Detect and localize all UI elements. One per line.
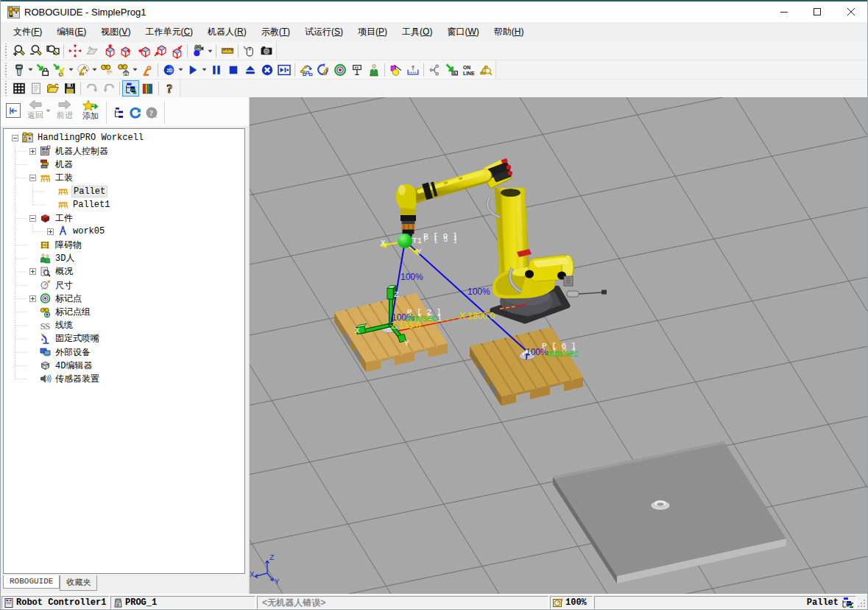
run-stop-button[interactable] [225, 62, 241, 78]
view-left-button[interactable] [117, 43, 134, 59]
robot-cycle-button[interactable] [297, 62, 314, 78]
tree-expander-minus[interactable] [29, 215, 36, 222]
help-question-button[interactable]: ? [161, 80, 178, 97]
menu-teach[interactable]: 示教(T) [254, 22, 297, 42]
menu-test-run[interactable]: 试运行(S) [297, 22, 350, 42]
view-2d-dropdown[interactable] [177, 62, 184, 78]
run-eject-button[interactable] [241, 62, 258, 78]
tree-expander-plus[interactable] [47, 228, 54, 235]
tree-item-[interactable]: 外部设备 [4, 346, 244, 359]
dock-panel-button[interactable] [6, 103, 21, 118]
tab-favorites[interactable]: 收藏夹 [60, 575, 97, 591]
view-top-button[interactable] [100, 43, 117, 59]
target-point-button[interactable] [331, 62, 348, 78]
menu-view[interactable]: 视图(V) [93, 22, 138, 42]
toolbar-grip[interactable] [3, 63, 9, 77]
measure-ruler-button[interactable] [219, 43, 236, 59]
robot-reach-dropdown[interactable] [91, 62, 98, 78]
tree-item-pallet1[interactable]: Pallet1 [4, 198, 244, 211]
jog-multi-button[interactable] [51, 62, 68, 78]
find-grab-button[interactable] [98, 62, 115, 78]
back-button[interactable]: 返回 [25, 99, 46, 120]
tree-item-[interactable]: 概况 [4, 265, 244, 278]
jog-multi-dropdown[interactable] [68, 62, 74, 78]
3d-viewport[interactable]: X Y T1 P [ 9 ] P [ 5 ] Z X Y P [ 2 ] P [… [250, 97, 868, 594]
find-home-button[interactable] [115, 62, 132, 78]
tree-expander-plus[interactable] [29, 268, 36, 275]
menu-window[interactable]: 窗口(W) [440, 22, 486, 42]
back-dropdown[interactable] [46, 109, 52, 113]
mount-tool-button[interactable] [138, 62, 155, 78]
tree-item-handlingproworkcell[interactable]: HandlingPRO Workcell [4, 131, 244, 144]
zoom-window-button[interactable] [44, 43, 61, 59]
view-plane-button[interactable] [83, 43, 100, 59]
add-button[interactable]: 添加 [80, 99, 102, 121]
tree-expander-plus[interactable] [29, 148, 36, 155]
panel-help-button[interactable]: ? [144, 105, 160, 121]
center-view-button[interactable] [66, 43, 83, 59]
statusbar-selection[interactable]: Pallet [594, 596, 856, 609]
signpost-button[interactable]: xx [348, 62, 365, 78]
tree-expander-minus[interactable] [12, 135, 18, 141]
menu-file[interactable]: 文件(F) [6, 22, 49, 42]
tree-item-4d[interactable]: 4D4D编辑器 [4, 359, 244, 372]
tree-expander-plus[interactable] [29, 295, 36, 302]
tree-item-[interactable]: 障碍物 [4, 239, 244, 252]
run-pause-button[interactable] [208, 62, 225, 78]
robot-rotate-button[interactable] [314, 62, 331, 78]
grid-table-button[interactable] [10, 80, 27, 97]
mouse-button[interactable] [241, 43, 258, 59]
dock-gauge-button[interactable] [404, 62, 421, 78]
view-iso-sw-button[interactable] [168, 43, 185, 59]
view-2d-button[interactable]: 2D [160, 62, 177, 78]
tree-item-[interactable]: 固定式喷嘴 [4, 332, 244, 346]
tree-item-work05[interactable]: work05 [4, 225, 244, 238]
close-button[interactable] [834, 1, 867, 22]
tab-roboguide[interactable]: ROBOGUIDE [3, 575, 60, 589]
camera-view-button[interactable] [190, 43, 207, 59]
view-right-button[interactable] [134, 43, 151, 59]
draw-shapes-button[interactable] [387, 62, 404, 78]
camera-view-dropdown[interactable] [207, 43, 214, 59]
toolbar-grip[interactable] [3, 81, 9, 95]
run-play-button[interactable] [184, 62, 201, 78]
undo-button[interactable] [83, 80, 100, 97]
tree-item-[interactable]: 机器人控制器 [4, 144, 244, 158]
menu-edit[interactable]: 编辑(E) [49, 22, 93, 42]
run-step-button[interactable] [275, 62, 292, 78]
tree-item-[interactable]: SS线缆 [4, 319, 244, 332]
minimize-button[interactable] [768, 1, 801, 22]
menu-cell[interactable]: 工作单元(C) [138, 22, 200, 42]
tree-item-[interactable]: 尺寸 [4, 278, 244, 292]
save-disk-button[interactable] [61, 80, 78, 97]
run-play-dropdown[interactable] [201, 62, 208, 78]
tree-expander-minus[interactable] [29, 175, 36, 181]
toolbar-grip[interactable] [3, 43, 9, 57]
tree-item-pallet[interactable]: Pallet [4, 185, 244, 198]
online-text-button[interactable]: ONLINE [460, 62, 477, 78]
open-folder-button[interactable] [44, 80, 61, 97]
menu-help[interactable]: 帮助(H) [487, 22, 532, 42]
statusbar-program[interactable]: PROG_1 [110, 596, 255, 609]
view-iso-ne-button[interactable] [151, 43, 168, 59]
menu-tools[interactable]: 工具(O) [395, 22, 440, 42]
human-figure-button[interactable] [365, 62, 382, 78]
menu-project[interactable]: 项目(P) [350, 22, 395, 42]
tree-item-[interactable]: 标记点 [4, 292, 244, 305]
forward-button[interactable]: 前进 [54, 99, 75, 120]
jog-lock-button[interactable] [34, 62, 51, 78]
run-abort-button[interactable] [258, 62, 275, 78]
resize-grip[interactable] [856, 595, 867, 610]
tree-item-[interactable]: 传感器装置 [4, 372, 244, 385]
robot-inspect-button[interactable] [477, 62, 494, 78]
refresh-button[interactable] [127, 105, 144, 121]
snapshot-camera-button[interactable] [258, 43, 275, 59]
cell-browser-button[interactable] [122, 80, 139, 97]
redo-button[interactable] [100, 80, 117, 97]
teach-pendant-button[interactable] [10, 62, 27, 78]
zoom-in-button[interactable] [10, 43, 27, 59]
find-home-dropdown[interactable] [132, 62, 138, 78]
tree-item-[interactable]: 工装 [4, 172, 244, 185]
tree-item-[interactable]: 机器 [4, 158, 244, 171]
tree-item-3d[interactable]: 3D人 [4, 252, 244, 265]
